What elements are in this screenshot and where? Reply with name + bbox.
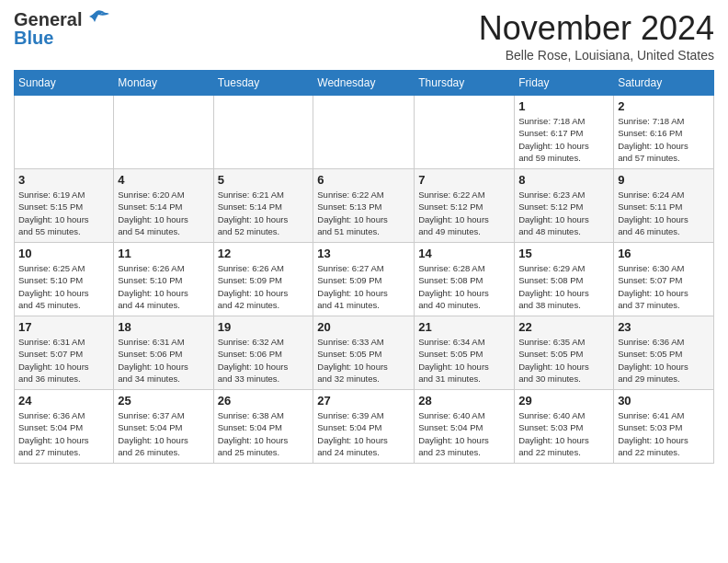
calendar-cell (213, 96, 313, 169)
calendar-cell: 8Sunrise: 6:23 AMSunset: 5:12 PMDaylight… (515, 169, 614, 243)
day-number: 18 (118, 320, 209, 334)
calendar-cell (114, 96, 213, 169)
calendar-header-row: SundayMondayTuesdayWednesdayThursdayFrid… (15, 71, 714, 96)
day-info: Sunrise: 6:24 AMSunset: 5:11 PMDaylight:… (618, 189, 710, 237)
calendar-cell: 2Sunrise: 7:18 AMSunset: 6:16 PMDaylight… (614, 96, 714, 169)
day-number: 25 (118, 394, 209, 408)
day-number: 20 (317, 320, 410, 334)
calendar-cell: 16Sunrise: 6:30 AMSunset: 5:07 PMDayligh… (614, 243, 714, 316)
header-thursday: Thursday (415, 71, 515, 96)
calendar-cell: 26Sunrise: 6:38 AMSunset: 5:04 PMDayligh… (213, 390, 313, 464)
day-number: 13 (317, 247, 410, 260)
calendar-cell: 27Sunrise: 6:39 AMSunset: 5:04 PMDayligh… (313, 390, 415, 464)
day-info: Sunrise: 6:23 AMSunset: 5:12 PMDaylight:… (518, 189, 609, 237)
day-number: 4 (118, 173, 209, 187)
week-row-4: 17Sunrise: 6:31 AMSunset: 5:07 PMDayligh… (15, 316, 714, 390)
day-info: Sunrise: 6:37 AMSunset: 5:04 PMDaylight:… (118, 409, 209, 458)
day-info: Sunrise: 6:40 AMSunset: 5:04 PMDaylight:… (418, 409, 510, 458)
day-number: 9 (618, 173, 710, 187)
calendar-cell: 18Sunrise: 6:31 AMSunset: 5:06 PMDayligh… (114, 316, 213, 390)
location: Belle Rose, Louisiana, United States (479, 48, 714, 63)
month-title: November 2024 (479, 9, 714, 48)
calendar-cell: 15Sunrise: 6:29 AMSunset: 5:08 PMDayligh… (515, 243, 614, 316)
day-info: Sunrise: 6:22 AMSunset: 5:12 PMDaylight:… (418, 189, 510, 237)
day-number: 3 (18, 173, 109, 187)
calendar-cell (415, 96, 515, 169)
day-info: Sunrise: 6:22 AMSunset: 5:13 PMDaylight:… (317, 189, 410, 237)
calendar-cell: 13Sunrise: 6:27 AMSunset: 5:09 PMDayligh… (313, 243, 415, 316)
day-info: Sunrise: 6:21 AMSunset: 5:14 PMDaylight:… (218, 189, 310, 237)
calendar-cell: 20Sunrise: 6:33 AMSunset: 5:05 PMDayligh… (313, 316, 415, 390)
header-wednesday: Wednesday (313, 71, 415, 96)
calendar-cell: 11Sunrise: 6:26 AMSunset: 5:10 PMDayligh… (114, 243, 213, 316)
day-number: 23 (618, 320, 710, 334)
day-info: Sunrise: 6:35 AMSunset: 5:05 PMDaylight:… (518, 336, 609, 385)
header-tuesday: Tuesday (213, 71, 313, 96)
day-info: Sunrise: 6:34 AMSunset: 5:05 PMDaylight:… (418, 336, 510, 385)
calendar-cell: 29Sunrise: 6:40 AMSunset: 5:03 PMDayligh… (515, 390, 614, 464)
calendar-cell: 22Sunrise: 6:35 AMSunset: 5:05 PMDayligh… (515, 316, 614, 390)
title-section: November 2024 Belle Rose, Louisiana, Uni… (479, 9, 714, 63)
day-info: Sunrise: 6:33 AMSunset: 5:05 PMDaylight:… (317, 336, 410, 385)
day-number: 27 (317, 394, 410, 408)
header-friday: Friday (515, 71, 614, 96)
calendar-cell: 3Sunrise: 6:19 AMSunset: 5:15 PMDaylight… (15, 169, 114, 243)
day-info: Sunrise: 6:36 AMSunset: 5:04 PMDaylight:… (18, 409, 109, 458)
day-number: 28 (418, 394, 510, 408)
day-info: Sunrise: 6:41 AMSunset: 5:03 PMDaylight:… (618, 409, 710, 458)
day-number: 16 (618, 247, 710, 260)
day-info: Sunrise: 6:25 AMSunset: 5:10 PMDaylight:… (18, 262, 109, 311)
day-number: 15 (518, 247, 609, 260)
calendar-cell: 1Sunrise: 7:18 AMSunset: 6:17 PMDaylight… (515, 96, 614, 169)
day-info: Sunrise: 7:18 AMSunset: 6:16 PMDaylight:… (618, 115, 710, 164)
day-info: Sunrise: 6:29 AMSunset: 5:08 PMDaylight:… (518, 262, 609, 311)
logo-bird-icon (84, 9, 109, 26)
day-number: 29 (518, 394, 609, 408)
day-info: Sunrise: 6:38 AMSunset: 5:04 PMDaylight:… (218, 409, 310, 458)
logo: General Blue (14, 9, 109, 48)
day-info: Sunrise: 6:26 AMSunset: 5:09 PMDaylight:… (218, 262, 310, 311)
calendar-cell (313, 96, 415, 169)
calendar-cell: 9Sunrise: 6:24 AMSunset: 5:11 PMDaylight… (614, 169, 714, 243)
calendar-cell: 7Sunrise: 6:22 AMSunset: 5:12 PMDaylight… (415, 169, 515, 243)
page-header: General Blue November 2024 Belle Rose, L… (14, 9, 714, 63)
day-info: Sunrise: 7:18 AMSunset: 6:17 PMDaylight:… (518, 115, 609, 164)
week-row-5: 24Sunrise: 6:36 AMSunset: 5:04 PMDayligh… (15, 390, 714, 464)
logo-general: General (14, 9, 82, 29)
day-info: Sunrise: 6:31 AMSunset: 5:06 PMDaylight:… (118, 336, 209, 385)
calendar-cell: 12Sunrise: 6:26 AMSunset: 5:09 PMDayligh… (213, 243, 313, 316)
calendar-cell: 4Sunrise: 6:20 AMSunset: 5:14 PMDaylight… (114, 169, 213, 243)
day-info: Sunrise: 6:30 AMSunset: 5:07 PMDaylight:… (618, 262, 710, 311)
day-number: 6 (317, 173, 410, 187)
calendar-cell: 23Sunrise: 6:36 AMSunset: 5:05 PMDayligh… (614, 316, 714, 390)
day-info: Sunrise: 6:28 AMSunset: 5:08 PMDaylight:… (418, 262, 510, 311)
calendar-table: SundayMondayTuesdayWednesdayThursdayFrid… (14, 70, 714, 464)
calendar-cell: 19Sunrise: 6:32 AMSunset: 5:06 PMDayligh… (213, 316, 313, 390)
calendar-cell: 25Sunrise: 6:37 AMSunset: 5:04 PMDayligh… (114, 390, 213, 464)
week-row-2: 3Sunrise: 6:19 AMSunset: 5:15 PMDaylight… (15, 169, 714, 243)
header-saturday: Saturday (614, 71, 714, 96)
calendar-cell: 5Sunrise: 6:21 AMSunset: 5:14 PMDaylight… (213, 169, 313, 243)
day-number: 22 (518, 320, 609, 334)
day-number: 21 (418, 320, 510, 334)
header-monday: Monday (114, 71, 213, 96)
day-number: 1 (518, 99, 609, 113)
day-number: 30 (618, 394, 710, 408)
day-info: Sunrise: 6:31 AMSunset: 5:07 PMDaylight:… (18, 336, 109, 385)
calendar-cell: 14Sunrise: 6:28 AMSunset: 5:08 PMDayligh… (415, 243, 515, 316)
calendar-cell: 24Sunrise: 6:36 AMSunset: 5:04 PMDayligh… (15, 390, 114, 464)
day-number: 26 (218, 394, 310, 408)
day-info: Sunrise: 6:36 AMSunset: 5:05 PMDaylight:… (618, 336, 710, 385)
day-number: 19 (218, 320, 310, 334)
day-info: Sunrise: 6:26 AMSunset: 5:10 PMDaylight:… (118, 262, 209, 311)
day-number: 10 (18, 247, 109, 260)
day-number: 17 (18, 320, 109, 334)
day-number: 12 (218, 247, 310, 260)
calendar-cell: 28Sunrise: 6:40 AMSunset: 5:04 PMDayligh… (415, 390, 515, 464)
day-number: 8 (518, 173, 609, 187)
header-sunday: Sunday (15, 71, 114, 96)
day-info: Sunrise: 6:39 AMSunset: 5:04 PMDaylight:… (317, 409, 410, 458)
day-number: 7 (418, 173, 510, 187)
day-info: Sunrise: 6:27 AMSunset: 5:09 PMDaylight:… (317, 262, 410, 311)
week-row-1: 1Sunrise: 7:18 AMSunset: 6:17 PMDaylight… (15, 96, 714, 169)
